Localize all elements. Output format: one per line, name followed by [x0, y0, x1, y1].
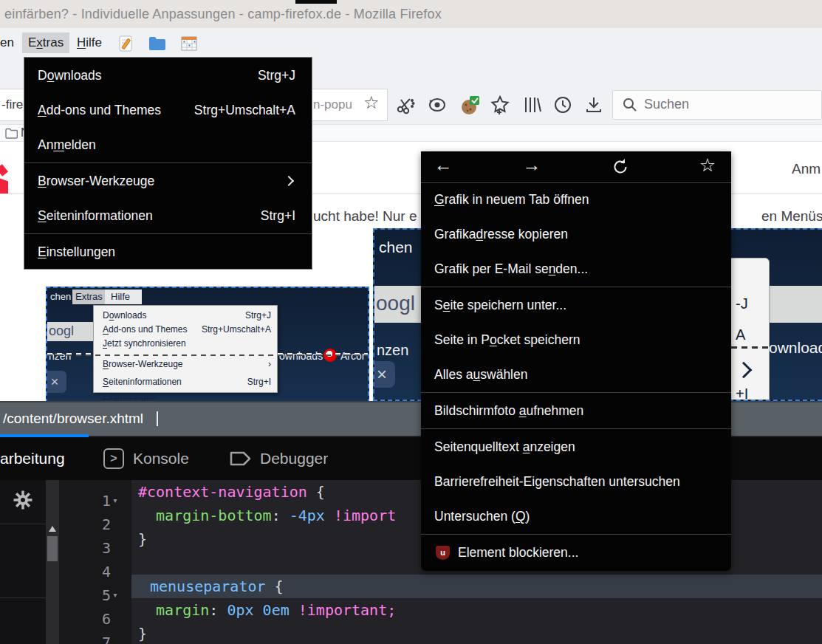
reload-icon[interactable] [606, 154, 635, 177]
fold-arrow-icon[interactable]: ▾ [112, 489, 118, 513]
menu-extras[interactable]: Extras [22, 32, 69, 53]
ctx-item-grafik-email[interactable]: Grafik per E-Mail senden... [421, 252, 731, 287]
bookmark-star-icon[interactable]: ☆ [363, 92, 380, 113]
stylesheet-pane[interactable] [0, 480, 46, 644]
img-dropdown-edge: -J A +I [729, 258, 770, 401]
menu-separator [421, 428, 731, 429]
post-text-left: ucht habe! Nur e [313, 208, 424, 225]
line-number: 2 [102, 513, 111, 536]
img-menu-hilfe: Hilfe [111, 291, 130, 302]
ctx-item-grafikadresse-kopieren[interactable]: Grafikadresse kopieren [421, 217, 731, 252]
ctx-item-bildschirmfoto[interactable]: Bildschirmfoto aufnehmen [421, 394, 731, 428]
debugger-icon[interactable] [229, 448, 253, 469]
menu-item-browser-werkzeuge[interactable]: Browser-Werkzeuge [24, 164, 312, 199]
cookie-icon[interactable] [459, 95, 480, 115]
menu-item-einstellungen[interactable]: Einstellungen [24, 235, 312, 270]
img-close-x: × [46, 371, 66, 393]
line-number: 5 [102, 583, 111, 607]
extras-menu: DownloadsStrg+J Add-ons und ThemesStrg+U… [24, 57, 312, 270]
console-icon[interactable]: > [103, 448, 124, 469]
line-number: 3 [102, 536, 111, 560]
scroll-up-arrow-icon[interactable] [49, 526, 56, 532]
code-line-7: } [138, 622, 147, 644]
window-fragment [295, 0, 337, 4]
img-text-nzen: nzen [377, 342, 408, 359]
notes-icon[interactable] [117, 34, 136, 53]
img-google-partial: oogl [376, 292, 415, 315]
site-logo-fragment [0, 177, 8, 193]
menu-hilfe[interactable]: Hilfe [71, 32, 108, 53]
line-number: 4 [102, 560, 111, 583]
code-line-5: menuseparator { [150, 575, 284, 598]
forward-icon[interactable]: → [517, 154, 547, 176]
menu-separator [24, 162, 312, 163]
post-text-right: en Menüs. [761, 208, 822, 225]
search-icon [622, 97, 638, 113]
img-extras-dropdown: DownloadsStrg+J Add-ons und ThemesStrg+U… [93, 305, 278, 393]
site-logo-fragment [0, 164, 8, 176]
line-number: 6 [102, 607, 111, 631]
arcor-label: Arcor [340, 350, 365, 362]
text-caret [157, 411, 158, 426]
eye-icon[interactable] [427, 95, 448, 115]
line-number: 1 [102, 489, 111, 513]
menu-item-downloads[interactable]: DownloadsStrg+J [24, 58, 312, 93]
scissors-icon[interactable] [395, 95, 416, 115]
ctx-item-untersuchen[interactable]: Untersuchen (Q) [421, 499, 731, 534]
back-icon[interactable]: ← [428, 154, 458, 176]
ctx-item-seitenquelltext[interactable]: Seitenquelltext anzeigen [421, 430, 731, 465]
img-close-x: × [373, 361, 395, 388]
ctx-item-grafik-neuer-tab[interactable]: Grafik in neuem Tab öffnen [421, 182, 731, 217]
search-input[interactable]: Suchen [612, 90, 822, 120]
url-text-left: -fire [1, 97, 23, 112]
img-menu-partial: chen [379, 239, 413, 256]
code-line-2: margin-bottom: -4px !import [138, 504, 396, 527]
menu-lesezeichen-partial[interactable]: en [0, 32, 20, 53]
folder-icon[interactable] [148, 34, 167, 53]
star-plus-icon[interactable] [490, 95, 510, 115]
selection-ants [47, 354, 369, 356]
firefox-window: einfärben? - Individuelle Anpassungen - … [0, 0, 822, 644]
img-menu-extras: Extras [75, 291, 103, 302]
menu-separator [421, 392, 731, 393]
embedded-screenshot-small[interactable]: chen Extras Hilfe DownloadsStrg+J Add-on… [46, 287, 369, 401]
ctx-item-barrierefreiheit[interactable]: Barrierefreiheit-Eigenschaften untersuch… [421, 465, 731, 499]
download-icon[interactable] [583, 95, 604, 115]
context-nav-row: ← → ☆ [421, 151, 731, 182]
login-link-partial[interactable]: Anm [792, 161, 821, 177]
code-line-3: } [138, 527, 147, 551]
tab-konsole[interactable]: Konsole [133, 437, 189, 480]
line-number: 7 [102, 631, 111, 644]
window-title: einfärben? - Individuelle Anpassungen - … [4, 7, 442, 22]
line-number-gutter: 1 2 3 4 5 6 7 ▾ ▾ [59, 480, 131, 644]
img-google-partial: oogl [49, 323, 74, 339]
bookmark-folder-icon[interactable] [5, 128, 18, 139]
submenu-chevron-icon [284, 176, 294, 186]
menu-separator [421, 534, 731, 535]
ctx-item-element-blockieren[interactable]: u Element blockieren... [421, 535, 731, 570]
context-menu: ← → ☆ Grafik in neuem Tab öffnen Grafika… [421, 151, 731, 571]
menu-separator [24, 233, 312, 234]
scrollbar[interactable] [46, 480, 59, 644]
gear-icon[interactable] [12, 489, 34, 511]
search-placeholder: Suchen [644, 97, 689, 112]
title-bar: einfärben? - Individuelle Anpassungen - … [0, 0, 822, 28]
ctx-item-alles-auswaehlen[interactable]: Alles auswählen [421, 357, 731, 392]
library-icon[interactable] [521, 95, 542, 115]
menu-item-addons[interactable]: Add-ons und ThemesStrg+Umschalt+A [24, 93, 312, 128]
img-google-band: oogl [47, 322, 93, 341]
img-menu-partial: chen [50, 291, 71, 302]
ctx-item-seite-speichern[interactable]: Seite speichern unter... [421, 288, 731, 323]
fold-arrow-icon[interactable]: ▾ [112, 583, 118, 607]
code-line-6: margin: 0px 0em !important; [138, 598, 396, 622]
scrollbar-thumb[interactable] [47, 536, 58, 561]
bookmark-star-icon[interactable]: ☆ [693, 154, 722, 176]
tab-debugger[interactable]: Debugger [260, 437, 328, 480]
tab-stilbearbeitung[interactable]: arbeitung [0, 437, 65, 480]
menu-item-seiteninformationen[interactable]: SeiteninformationenStrg+I [24, 199, 312, 233]
menu-item-anmelden[interactable]: Anmelden [24, 128, 312, 162]
grid-table-icon[interactable] [179, 34, 199, 53]
history-clock-icon[interactable] [552, 95, 573, 115]
ctx-item-pocket[interactable]: Seite in Pocket speichern [421, 323, 731, 357]
img-text-nzen: nzen [49, 350, 71, 362]
